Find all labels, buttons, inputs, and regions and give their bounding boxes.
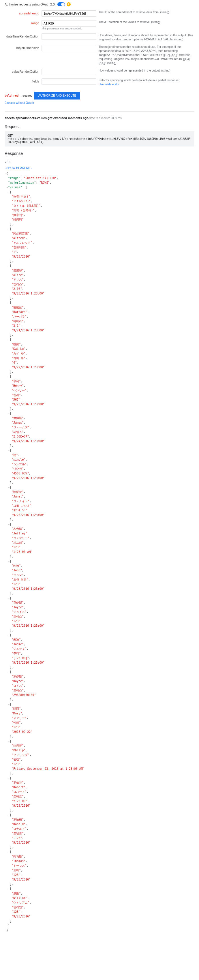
param-name-valueRenderOption: valueRenderOption	[5, 68, 39, 73]
executed-title: sheets.spreadsheets.values.get executed …	[5, 116, 89, 120]
param-desc: The ID of the spreadsheet to retrieve da…	[99, 10, 194, 14]
param-desc: The A1 notation of the values to retriev…	[99, 20, 194, 24]
params-table: spreadsheetIdThe ID of the spreadsheet t…	[0, 9, 199, 88]
legend-eq: = required	[19, 94, 32, 97]
param-name-dateTimeRenderOption: dateTimeRenderOption	[5, 33, 39, 38]
param-desc: How dates, times, and durations should b…	[99, 33, 194, 41]
param-input-dateTimeRenderOption[interactable]	[41, 33, 96, 40]
param-name-range: range	[5, 20, 39, 25]
param-name-spreadsheetId: spreadsheetId	[5, 10, 39, 15]
help-icon[interactable]: ?	[67, 2, 71, 6]
response-status: 200	[0, 158, 199, 166]
request-body: GET https://sheets.googleapis.com/v4/spr…	[5, 131, 194, 146]
executed-time: time to execute: 2099 ms	[89, 116, 122, 120]
show-headers-link[interactable]: - SHOW HEADERS -	[0, 166, 199, 171]
param-desc: How values should be represented in the …	[99, 68, 194, 73]
execute-without-oauth-link[interactable]: Execute without OAuth	[5, 100, 194, 104]
param-hint: This parameter was URL-encoded.	[41, 27, 96, 30]
param-name-majorDimension: majorDimension	[5, 45, 39, 49]
authorize-execute-button[interactable]: AUTHORIZE AND EXECUTE	[34, 92, 80, 100]
response-json: -{ "range": "SheetTest1!A1:F20", "majorD…	[5, 171, 194, 933]
legend-bold-red: bold red	[5, 94, 19, 97]
response-heading: Response	[0, 146, 199, 158]
param-desc: Selector specifying which fields to incl…	[99, 78, 194, 86]
param-desc: The major dimension that results should …	[99, 45, 194, 65]
fields-editor-link[interactable]: Use fields editor	[99, 83, 119, 86]
param-input-fields[interactable]	[41, 78, 96, 85]
param-input-majorDimension[interactable]	[41, 45, 96, 51]
auth-label: Authorize requests using OAuth 2.0:	[5, 3, 56, 6]
param-input-range[interactable]	[41, 20, 96, 27]
request-heading: Request	[0, 120, 199, 131]
param-input-spreadsheetId[interactable]	[41, 10, 96, 17]
oauth-toggle[interactable]	[57, 2, 65, 6]
param-input-valueRenderOption[interactable]	[41, 68, 96, 75]
param-name-fields: fields	[5, 78, 39, 83]
